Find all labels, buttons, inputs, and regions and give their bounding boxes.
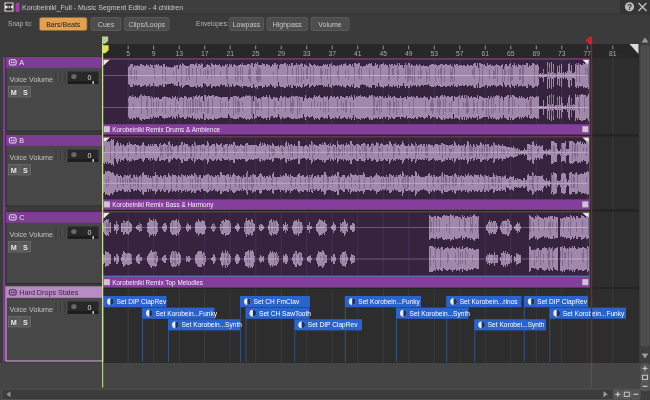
svg-text:Voice Volume: Voice Volume	[10, 75, 54, 84]
svg-text:Voice Volume: Voice Volume	[10, 153, 54, 162]
svg-text:Highpass: Highpass	[273, 21, 303, 29]
svg-text:5: 5	[126, 50, 130, 57]
svg-text:Set Korobein...Synth: Set Korobein...Synth	[410, 310, 471, 318]
svg-text:33: 33	[303, 50, 311, 57]
svg-text:49: 49	[405, 50, 413, 57]
svg-text:9: 9	[152, 50, 156, 57]
svg-text:69: 69	[533, 50, 541, 57]
svg-text:Set CH FmClav: Set CH FmClav	[254, 298, 300, 305]
svg-text:21: 21	[226, 50, 234, 57]
svg-text:65: 65	[507, 50, 515, 57]
svg-text:0: 0	[88, 229, 92, 236]
svg-text:Set Korobein...rinos: Set Korobein...rinos	[460, 298, 519, 305]
svg-text:Snap to:: Snap to:	[8, 20, 33, 28]
svg-text:Korobeiniki Remix Bass & Harmo: Korobeiniki Remix Bass & Harmony	[112, 201, 214, 209]
svg-text:0: 0	[88, 304, 92, 311]
svg-text:Set DIP ClapRev: Set DIP ClapRev	[537, 298, 587, 306]
svg-text:S: S	[23, 318, 28, 327]
svg-text:?: ?	[627, 2, 632, 12]
svg-text:29: 29	[277, 50, 285, 57]
svg-text:C: C	[19, 213, 24, 222]
svg-text:17: 17	[201, 50, 209, 57]
svg-text:S: S	[23, 243, 28, 252]
svg-text:M: M	[11, 318, 17, 327]
svg-text:Cues: Cues	[98, 21, 115, 28]
svg-text:S: S	[23, 166, 28, 175]
svg-text:Set Korobein...Funky: Set Korobein...Funky	[156, 310, 218, 318]
svg-text:Korobeiniki Remix Drums & Ambi: Korobeiniki Remix Drums & Ambience	[112, 126, 220, 133]
svg-text:Voice Volume: Voice Volume	[10, 305, 54, 314]
svg-text:25: 25	[252, 50, 260, 57]
svg-text:Set DIP ClapRev: Set DIP ClapRev	[308, 321, 358, 329]
svg-text:Bars/Beats: Bars/Beats	[46, 21, 81, 28]
svg-text:73: 73	[558, 50, 566, 57]
svg-text:Set Korobein...Synth: Set Korobein...Synth	[182, 321, 243, 329]
svg-text:Clips/Loops: Clips/Loops	[128, 21, 165, 29]
svg-text:A: A	[19, 58, 24, 67]
svg-text:Hard Drops States: Hard Drops States	[19, 288, 79, 297]
svg-text:13: 13	[175, 50, 183, 57]
svg-text:Korobeiniki Remix Top Melodies: Korobeiniki Remix Top Melodies	[112, 279, 203, 287]
svg-text:M: M	[11, 243, 17, 252]
svg-text:61: 61	[482, 50, 490, 57]
svg-text:M: M	[11, 166, 17, 175]
svg-text:Envelopes:: Envelopes:	[196, 20, 229, 28]
svg-text:77: 77	[584, 50, 592, 57]
svg-text:S: S	[23, 88, 28, 97]
svg-text:Set Korobein...Funky: Set Korobein...Funky	[563, 310, 625, 318]
svg-text:0: 0	[88, 74, 92, 81]
svg-text:Voice Volume: Voice Volume	[10, 230, 54, 239]
svg-text:Volume: Volume	[318, 21, 341, 28]
svg-text:Set DIP ClapRev: Set DIP ClapRev	[117, 298, 167, 306]
svg-text:41: 41	[354, 50, 362, 57]
svg-text:Korobeiniki_Full - Music Segme: Korobeiniki_Full - Music Segment Editor …	[22, 4, 183, 12]
svg-text:0: 0	[88, 152, 92, 159]
svg-text:53: 53	[431, 50, 439, 57]
svg-text:Set Korobein...Funky: Set Korobein...Funky	[358, 298, 420, 306]
svg-text:37: 37	[328, 50, 336, 57]
svg-text:B: B	[19, 136, 24, 145]
svg-text:Set Korobei...Synth: Set Korobei...Synth	[488, 321, 545, 329]
svg-text:Set CH SawTooth: Set CH SawTooth	[259, 310, 311, 317]
svg-text:45: 45	[379, 50, 387, 57]
svg-text:M: M	[11, 88, 17, 97]
svg-text:57: 57	[456, 50, 464, 57]
svg-text:81: 81	[609, 50, 617, 57]
svg-text:Lowpass: Lowpass	[233, 21, 261, 29]
